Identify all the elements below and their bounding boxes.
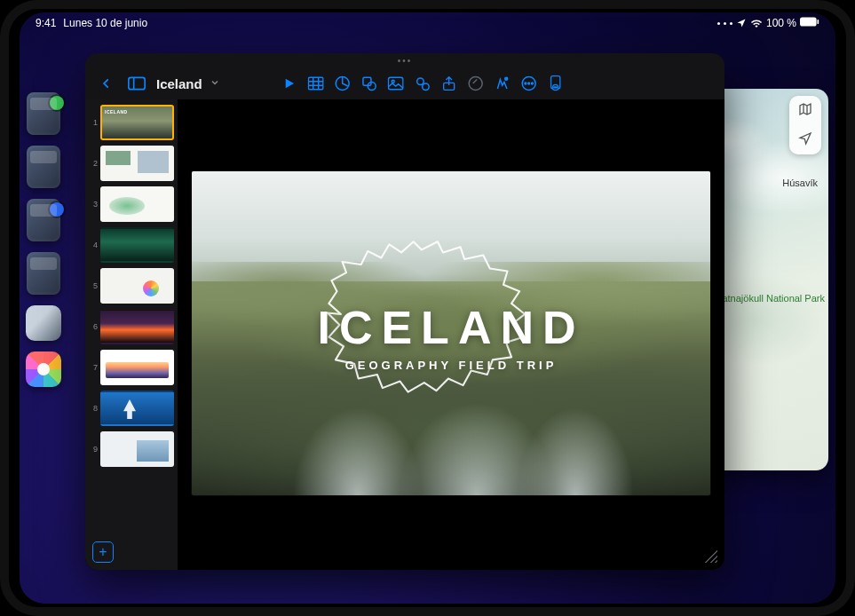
sidebar-toggle-button[interactable] (124, 71, 149, 96)
slide-thumb-4[interactable]: 4 (89, 227, 174, 263)
slide-thumbnail[interactable] (100, 309, 174, 344)
window-resize-handle-icon[interactable] (703, 549, 717, 563)
current-slide[interactable]: ICELAND GEOGRAPHY FIELD TRIP (192, 171, 710, 495)
slide-number: 8 (89, 404, 98, 413)
slide-thumbnail[interactable] (100, 186, 174, 222)
svg-rect-1 (817, 20, 819, 24)
slide-thumbnail[interactable] (100, 350, 174, 385)
stage-stack-1[interactable] (27, 92, 60, 135)
slide-thumbnail[interactable] (100, 227, 174, 263)
shape-button[interactable] (357, 71, 382, 96)
slide-thumb-3[interactable]: 3 (89, 186, 174, 222)
multitask-dots-icon[interactable] (717, 22, 720, 25)
svg-rect-2 (129, 77, 145, 89)
chevron-down-icon[interactable] (210, 76, 220, 91)
map-label-husavik[interactable]: Húsavík (782, 178, 818, 188)
status-time: 9:41 (36, 17, 56, 29)
slide-number: 2 (89, 159, 98, 168)
slide-subtitle[interactable]: GEOGRAPHY FIELD TRIP (192, 359, 710, 372)
document-options-button[interactable] (543, 71, 568, 96)
slide-title[interactable]: ICELAND (192, 301, 710, 354)
slide-number: 1 (89, 118, 98, 127)
svg-point-13 (392, 80, 394, 83)
slide-thumbnail[interactable] (100, 268, 174, 304)
slide-thumb-2[interactable]: 2 (89, 146, 174, 181)
stage-photo-tile[interactable] (26, 305, 61, 341)
slide-thumbnail[interactable]: ICELAND (100, 105, 174, 140)
battery-percent: 100 % (766, 17, 796, 29)
share-button[interactable] (437, 71, 462, 96)
stage-stack-4[interactable] (27, 252, 60, 295)
window-drag-handle-icon[interactable]: ••• (85, 53, 724, 67)
svg-point-21 (528, 83, 530, 84)
location-icon[interactable] (798, 131, 812, 149)
svg-rect-4 (308, 77, 323, 90)
ipad-screen: 9:41 Lunes 10 de junio 100 % (20, 12, 835, 604)
slide-number: 5 (89, 281, 98, 290)
table-button[interactable] (304, 71, 329, 96)
photos-app-tile[interactable] (26, 351, 61, 387)
slide-thumbnail[interactable] (100, 431, 174, 467)
slide-thumbnail[interactable] (100, 146, 174, 181)
svg-point-15 (423, 83, 430, 91)
svg-point-14 (417, 78, 424, 85)
svg-point-17 (469, 77, 482, 91)
slide-thumb-8[interactable]: 8 (89, 391, 174, 426)
svg-rect-0 (800, 17, 817, 26)
slide-thumbnail[interactable] (100, 391, 174, 426)
slide-number: 7 (89, 363, 98, 372)
chart-button[interactable] (330, 71, 355, 96)
location-status-icon (736, 18, 747, 28)
slide-number: 9 (89, 445, 98, 454)
plus-icon: + (99, 544, 107, 560)
svg-point-27 (556, 87, 557, 88)
document-title[interactable]: Iceland (156, 76, 202, 91)
svg-rect-10 (363, 77, 371, 85)
keynote-window: ••• Iceland (85, 53, 724, 570)
slide-thumb-1[interactable]: 1ICELAND (89, 105, 174, 140)
app-badge-icon (50, 202, 64, 217)
stage-stack-2[interactable] (27, 146, 60, 188)
slide-navigator[interactable]: 1ICELAND23456789 + (85, 99, 178, 570)
svg-point-18 (505, 77, 508, 80)
back-button[interactable] (94, 71, 119, 96)
stage-stack-3[interactable] (27, 199, 60, 241)
status-date: Lunes 10 de junio (63, 17, 147, 29)
slide-thumb-6[interactable]: 6 (89, 309, 174, 344)
slide-number: 6 (89, 322, 98, 331)
slide-number: 3 (89, 200, 98, 209)
svg-point-22 (532, 83, 534, 84)
slide-thumb-5[interactable]: 5 (89, 268, 174, 304)
ipad-frame: 9:41 Lunes 10 de junio 100 % (0, 0, 855, 616)
svg-rect-12 (388, 77, 403, 90)
image-button[interactable] (384, 71, 408, 96)
slide-number: 4 (89, 241, 98, 249)
animate-button[interactable] (490, 71, 515, 96)
slide-thumb-7[interactable]: 7 (89, 350, 174, 385)
maps-controls (789, 96, 821, 154)
slide-thumb-9[interactable]: 9 (89, 431, 174, 467)
media-button[interactable] (410, 71, 435, 96)
svg-point-20 (525, 83, 526, 84)
record-button[interactable] (463, 71, 488, 96)
play-button[interactable] (277, 71, 302, 96)
add-slide-button[interactable]: + (92, 541, 114, 563)
battery-icon (800, 17, 819, 29)
messages-badge-icon (50, 96, 64, 110)
stage-manager-shelf (23, 92, 64, 387)
keynote-toolbar: Iceland (85, 67, 724, 99)
status-bar: 9:41 Lunes 10 de junio 100 % (20, 12, 835, 34)
map-mode-icon[interactable] (798, 102, 812, 120)
more-button[interactable] (517, 71, 542, 96)
wifi-icon (750, 19, 763, 28)
slide-canvas-area[interactable]: ICELAND GEOGRAPHY FIELD TRIP (178, 99, 724, 570)
